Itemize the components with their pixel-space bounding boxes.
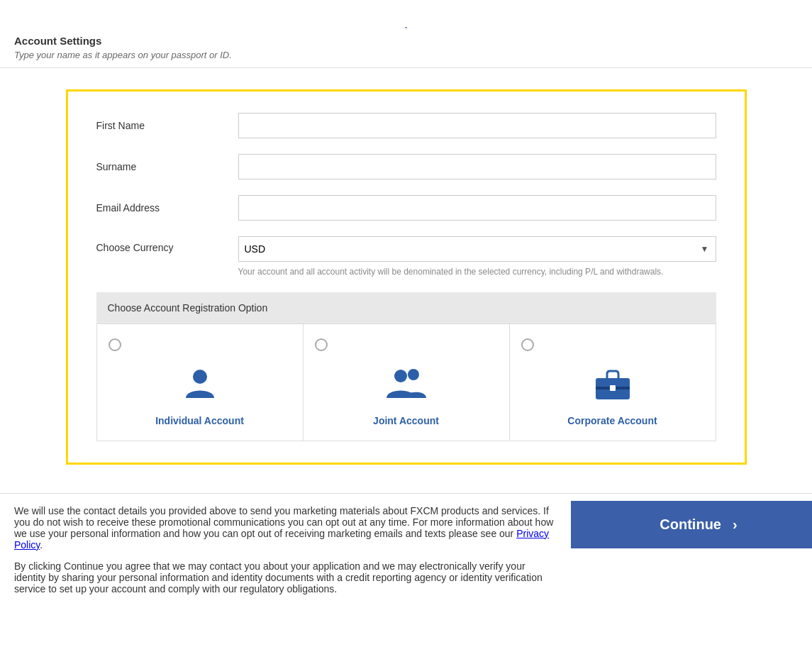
- bottom-section: We will use the contact details you prov…: [0, 493, 812, 606]
- corporate-option-content: Corporate Account: [521, 363, 704, 426]
- joint-account-option[interactable]: Joint Account: [304, 324, 510, 441]
- currency-select[interactable]: USD EUR GBP AUD JPY CHF CAD: [238, 236, 716, 262]
- joint-radio[interactable]: [315, 338, 328, 351]
- corporate-icon: [591, 363, 634, 405]
- corporate-radio[interactable]: [521, 338, 534, 351]
- page-wrapper: . Account Settings Type your name as it …: [0, 0, 812, 606]
- chevron-right-icon: ›: [733, 516, 738, 533]
- marketing-text: We will use the contact details you prov…: [14, 505, 557, 551]
- individual-icon: [179, 363, 221, 405]
- individual-account-label: Individual Account: [109, 415, 291, 426]
- footer-text: We will use the contact details you prov…: [0, 494, 571, 606]
- currency-note: Your account and all account activity wi…: [238, 266, 716, 278]
- header-section: . Account Settings Type your name as it …: [0, 0, 812, 68]
- svg-point-0: [193, 370, 207, 384]
- currency-row: Choose Currency USD EUR GBP AUD JPY CHF …: [96, 236, 716, 278]
- continue-button[interactable]: Continue ›: [571, 501, 812, 548]
- currency-label: Choose Currency: [96, 236, 238, 253]
- surname-input[interactable]: [238, 154, 716, 179]
- account-options: Individual Account: [96, 324, 716, 441]
- corporate-account-option[interactable]: Corporate Account: [510, 324, 716, 441]
- email-label: Email Address: [96, 202, 238, 214]
- individual-option-content: Individual Account: [109, 363, 291, 426]
- continue-bar: Continue ›: [571, 501, 812, 548]
- blue-dot: .: [14, 14, 798, 35]
- joint-icon: [385, 363, 428, 405]
- currency-select-wrapper: USD EUR GBP AUD JPY CHF CAD ▼: [238, 236, 716, 262]
- surname-row: Surname: [96, 154, 716, 179]
- svg-point-1: [394, 370, 407, 382]
- email-input[interactable]: [238, 195, 716, 221]
- first-name-label: First Name: [96, 120, 238, 131]
- first-name-row: First Name: [96, 113, 716, 138]
- page-title: Account Settings: [14, 35, 798, 47]
- page-subtitle: Type your name as it appears on your pas…: [14, 50, 798, 60]
- individual-account-option[interactable]: Individual Account: [96, 324, 304, 441]
- currency-wrapper: USD EUR GBP AUD JPY CHF CAD ▼ Your accou…: [238, 236, 716, 278]
- marketing-text-content: We will use the contact details you prov…: [14, 505, 553, 539]
- joint-option-content: Joint Account: [315, 363, 498, 426]
- first-name-input[interactable]: [238, 113, 716, 138]
- continue-label: Continue: [660, 516, 721, 533]
- yellow-box: First Name Surname Email Address Choose …: [66, 89, 747, 465]
- account-reg-header: Choose Account Registration Option: [96, 292, 716, 324]
- svg-point-2: [408, 369, 419, 380]
- agree-text: By clicking Continue you agree that we m…: [14, 560, 557, 595]
- corporate-account-label: Corporate Account: [521, 415, 704, 426]
- email-row: Email Address: [96, 195, 716, 221]
- individual-radio[interactable]: [109, 338, 121, 351]
- surname-label: Surname: [96, 161, 238, 172]
- main-content: First Name Surname Email Address Choose …: [0, 68, 812, 486]
- svg-rect-5: [610, 385, 616, 391]
- joint-account-label: Joint Account: [315, 415, 498, 426]
